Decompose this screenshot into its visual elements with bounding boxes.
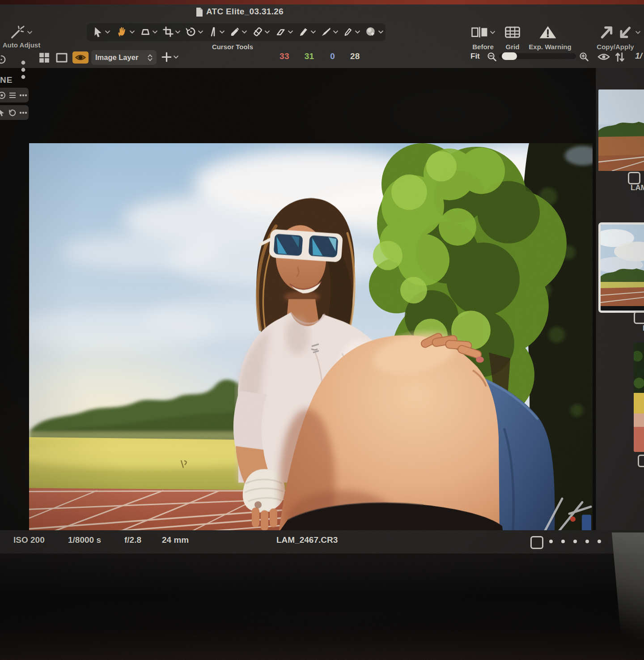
readout-blue: 0	[330, 51, 335, 61]
eraser-tool-button[interactable]	[275, 26, 293, 37]
panel-stub-history[interactable]	[0, 105, 29, 120]
readout-red: 33	[280, 51, 289, 61]
window-title: ATC Elite_03.31.26	[206, 7, 284, 17]
screen-photo-frame: ATC Elite_03.31.26 Auto Adjust	[0, 0, 644, 660]
crop-icon	[162, 26, 174, 38]
pick-checkbox[interactable]	[530, 536, 543, 549]
chevron-down-icon	[378, 30, 383, 34]
exif-shutter: 1/8000 s	[68, 535, 101, 545]
chevron-down-icon	[220, 30, 225, 34]
rgb-readout: 33 31 0 28	[280, 51, 360, 61]
add-layer-button[interactable]	[161, 51, 178, 63]
before-toggle-button[interactable]	[471, 26, 495, 38]
chevron-down-icon	[311, 30, 316, 34]
thumbnail-3-image	[634, 343, 644, 452]
warning-triangle-icon	[538, 25, 558, 39]
sphere-plus-tool-button[interactable]	[364, 26, 383, 38]
layer-bar: Image Layer 33 31 0 28 Fit	[0, 47, 644, 68]
chevron-down-icon	[105, 30, 110, 34]
pan-tool-button[interactable]	[116, 26, 135, 38]
zoom-in-icon[interactable]	[579, 51, 589, 62]
pen-tool-button[interactable]	[298, 26, 316, 38]
exif-focal-length: 24 mm	[162, 535, 189, 545]
browser-sidebar: LAM L	[596, 68, 644, 535]
fit-label[interactable]: Fit	[470, 52, 480, 61]
menu-dots-icon[interactable]	[21, 60, 26, 81]
photo-viewer-image	[29, 143, 593, 534]
pen-outline-icon	[343, 26, 354, 38]
pan-hand-icon	[116, 26, 128, 38]
layer-selector[interactable]: Image Layer	[91, 50, 157, 65]
thumbnail-1-label: LAM	[631, 183, 644, 192]
grid-4-icon[interactable]	[38, 52, 51, 64]
status-bar: ISO 200 1/8000 s f/2.8 24 mm LAM_2467.CR…	[0, 530, 644, 554]
thumbnail-2-selected[interactable]	[598, 222, 644, 313]
zoom-out-icon[interactable]	[487, 51, 497, 62]
chevron-down-icon	[490, 31, 495, 34]
fill-arrow-icon	[320, 26, 332, 38]
chevron-down-icon	[242, 30, 247, 34]
cursor-partial-icon	[0, 109, 5, 116]
panel-stub-adjustments[interactable]	[0, 88, 29, 102]
thumbnail-1-checkbox[interactable]	[628, 172, 640, 184]
fill-arrow-tool-button[interactable]	[320, 26, 338, 38]
rotate-icon	[185, 26, 197, 38]
copy-apply-button[interactable]	[597, 25, 640, 39]
color-tag-dot[interactable]	[597, 540, 601, 543]
rotate-partial-icon[interactable]	[0, 54, 7, 65]
chevron-down-icon	[265, 30, 270, 34]
viewer-canvas[interactable]: NE	[0, 68, 644, 535]
rectangle-icon[interactable]	[55, 52, 68, 63]
pen-icon	[298, 26, 309, 38]
plus-icon	[161, 51, 172, 63]
erase-band-tool-button[interactable]	[252, 26, 270, 38]
color-tag-dots	[549, 540, 601, 543]
zoom-slider-handle[interactable]	[502, 52, 517, 60]
eraser-icon	[275, 26, 287, 37]
cursor-arrow-icon	[92, 26, 104, 38]
rotate-tool-button[interactable]	[185, 26, 203, 38]
shape-tool-button[interactable]	[140, 26, 157, 38]
readout-lum: 28	[350, 51, 360, 61]
grid-icon	[504, 26, 521, 38]
main-toolbar: Auto Adjust	[0, 20, 644, 47]
grid-toggle-button[interactable]	[504, 26, 521, 38]
chevron-down-icon	[198, 30, 203, 34]
chevron-down-icon	[636, 31, 640, 34]
crop-tool-button[interactable]	[162, 26, 180, 38]
color-tag-dot[interactable]	[573, 540, 577, 543]
title-bar: ATC Elite_03.31.26	[0, 4, 644, 21]
proof-eye-button[interactable]	[72, 51, 89, 64]
thumbnail-3-checkbox[interactable]	[638, 455, 644, 467]
exif-iso: ISO 200	[13, 535, 45, 545]
screen-bezel	[0, 554, 644, 660]
color-tag-dot[interactable]	[561, 540, 565, 543]
thumbnail-2-checkbox[interactable]	[634, 311, 644, 324]
auto-adjust-button[interactable]	[10, 25, 32, 39]
chevron-down-icon	[355, 30, 360, 34]
hamburger-icon	[9, 92, 16, 98]
copy-apply-arrows-icon	[597, 25, 634, 39]
zoom-slider[interactable]	[499, 53, 576, 59]
readout-green: 31	[305, 51, 314, 61]
eye-icon	[75, 54, 86, 61]
color-tag-dot[interactable]	[549, 540, 553, 543]
thumbnail-2-image	[601, 225, 644, 306]
eye-outline-icon[interactable]	[597, 53, 610, 61]
straighten-icon	[208, 26, 218, 38]
exif-aperture: f/2.8	[124, 535, 141, 545]
eye-partial-icon	[0, 91, 6, 99]
straighten-tool-button[interactable]	[208, 26, 225, 38]
capture-one-window: ATC Elite_03.31.26 Auto Adjust	[0, 4, 644, 554]
exposure-warning-button[interactable]	[538, 25, 558, 39]
brush-tool-button[interactable]	[229, 26, 247, 38]
sort-updown-icon[interactable]	[614, 51, 625, 63]
zoom-partial-label: 1/	[635, 51, 642, 61]
magic-wand-icon	[10, 25, 26, 39]
pen-outline-tool-button[interactable]	[343, 26, 360, 38]
chevron-down-icon	[288, 30, 293, 34]
thumbnail-3[interactable]	[634, 343, 644, 452]
select-tool-button[interactable]	[92, 26, 110, 38]
color-tag-dot[interactable]	[585, 540, 589, 543]
thumbnail-1[interactable]	[598, 89, 644, 171]
